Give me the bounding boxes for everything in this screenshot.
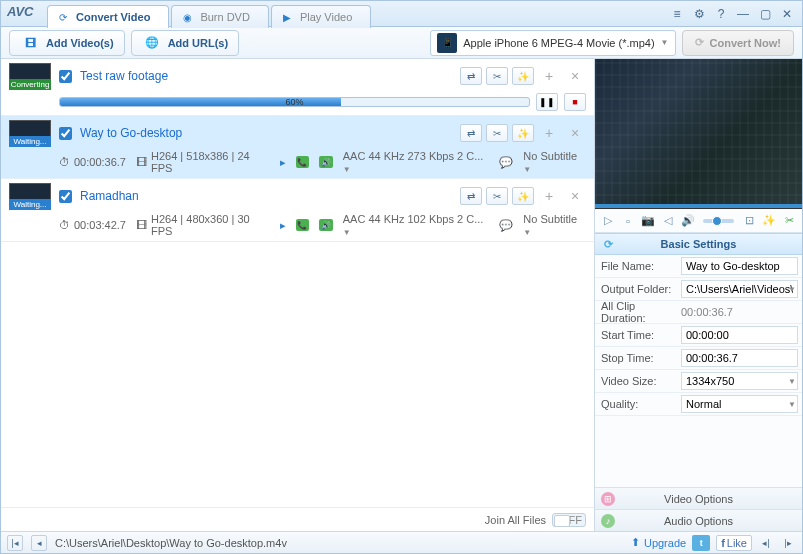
remove-icon[interactable]: × [564,67,586,85]
video-info: 🎞 H264 | 518x386 | 24 FPS [136,150,270,174]
status-badge: Waiting... [9,199,51,210]
player-controls: ▷ ▫ 📷 ◁ 🔊 ⊡ ✨ ✂ [595,209,802,233]
input-stop-time[interactable] [681,349,798,367]
crop-icon[interactable]: ⊡ [740,212,758,230]
next-file-button[interactable]: ◂ [31,535,47,551]
facebook-like-button[interactable]: f Like [716,535,752,551]
arrow-left-icon[interactable]: ◂| [758,535,774,551]
info-row: ⏱ 00:03:42.7 🎞 H264 | 480x360 | 30 FPS ▸… [59,213,586,237]
help-icon[interactable]: ? [712,6,730,22]
prev-button[interactable]: ◁ [659,212,677,230]
statusbar: |◂ ◂ C:\Users\Ariel\Desktop\Way to Go-de… [1,531,802,553]
tab-label: Play Video [300,11,352,23]
scissors-icon[interactable]: ✂ [486,67,508,85]
button-label: Add URL(s) [168,37,229,49]
subtitle-selector[interactable]: No Subtitle ▼ [523,213,586,237]
add-urls-button[interactable]: 🌐 Add URL(s) [131,30,240,56]
volume-icon[interactable]: 🔊 [679,212,697,230]
basic-settings-header[interactable]: ⟳ Basic Settings [595,233,802,255]
thumbnail: Converting [9,63,51,89]
info-row: ⏱ 00:00:36.7 🎞 H264 | 518x386 | 24 FPS ▸… [59,150,586,174]
add-videos-button[interactable]: 🎞 Add Video(s) [9,30,125,56]
item-checkbox[interactable] [59,70,72,83]
input-quality[interactable] [681,395,798,413]
volume-slider[interactable] [703,219,734,223]
menu-icon[interactable]: ≡ [668,6,686,22]
swap-icon[interactable]: ⇄ [460,67,482,85]
add-icon[interactable]: + [538,124,560,142]
scissors-icon[interactable]: ✂ [486,187,508,205]
status-badge: Converting [9,79,51,90]
minimize-button[interactable]: — [734,6,752,22]
input-filename[interactable] [681,257,798,275]
input-start-time[interactable] [681,326,798,344]
swap-icon[interactable]: ⇄ [460,124,482,142]
progress-bar: 60% [59,97,530,107]
snapshot-button[interactable]: 📷 [639,212,657,230]
remove-icon[interactable]: × [564,187,586,205]
section-title: Basic Settings [661,238,737,250]
speaker-icon: 🔊 [319,219,333,231]
audio-selector[interactable]: AAC 44 KHz 102 Kbps 2 C... ▼ [343,213,490,237]
item-checkbox[interactable] [59,190,72,203]
disc-icon: ◉ [180,10,194,24]
wand-icon[interactable]: ✨ [512,67,534,85]
play-button[interactable]: ▷ [599,212,617,230]
item-checkbox[interactable] [59,127,72,140]
stop-button[interactable]: ▫ [619,212,637,230]
phone-icon: 📞 [296,219,310,231]
video-preview[interactable] [595,59,802,209]
twitter-icon[interactable]: t [692,535,710,551]
tab-convert-video[interactable]: ⟳ Convert Video [47,5,169,28]
join-all-label: Join All Files [485,514,546,526]
file-item[interactable]: Converting Test raw footage ⇄ ✂ ✨ + × [1,59,594,116]
progress-row: 60% ❚❚ ■ [59,93,586,111]
scissors-icon[interactable]: ✂ [486,124,508,142]
input-video-size[interactable] [681,372,798,390]
wand-icon[interactable]: ✨ [512,187,534,205]
chevron-down-icon[interactable]: ▼ [788,400,796,409]
toolbar: 🎞 Add Video(s) 🌐 Add URL(s) 📱 Apple iPho… [1,27,802,59]
video-options-button[interactable]: ⊞ Video Options [595,487,802,509]
button-label: Convert Now! [710,37,782,49]
prev-file-button[interactable]: |◂ [7,535,23,551]
add-icon[interactable]: + [538,187,560,205]
add-icon[interactable]: + [538,67,560,85]
audio-selector[interactable]: AAC 44 KHz 273 Kbps 2 C... ▼ [343,150,490,174]
label-filename: File Name: [595,260,677,272]
chevron-down-icon[interactable]: ▼ [788,377,796,386]
wand-icon[interactable]: ✨ [760,212,778,230]
file-item[interactable]: Waiting... Ramadhan ⇄ ✂ ✨ + × ⏱ 00:03:42… [1,179,594,242]
item-title: Test raw footage [80,69,168,83]
wand-icon[interactable]: ✨ [512,124,534,142]
preview-frame [595,59,802,208]
swap-icon[interactable]: ⇄ [460,187,482,205]
label-start-time: Start Time: [595,329,677,341]
close-button[interactable]: ✕ [778,6,796,22]
remove-icon[interactable]: × [564,124,586,142]
chevron-down-icon[interactable]: ▼ [788,285,796,294]
audio-options-button[interactable]: ♪ Audio Options [595,509,802,531]
arrow-right-icon[interactable]: |▸ [780,535,796,551]
pause-button[interactable]: ❚❚ [536,93,558,111]
upgrade-link[interactable]: ⬆ Upgrade [631,536,686,549]
file-item[interactable]: Waiting... Way to Go-desktop ⇄ ✂ ✨ + × ⏱… [1,116,594,179]
thumbnail: Waiting... [9,183,51,209]
phone-icon: 📞 [296,156,310,168]
stop-button[interactable]: ■ [564,93,586,111]
join-all-toggle[interactable]: OFF [552,513,586,527]
convert-now-button[interactable]: ⟳ Convert Now! [682,30,795,56]
maximize-button[interactable]: ▢ [756,6,774,22]
time-bar[interactable] [595,204,802,208]
input-output-folder[interactable] [681,280,798,298]
audio-icon: ♪ [601,514,615,528]
tab-burn-dvd[interactable]: ◉ Burn DVD [171,5,269,28]
tab-play-video[interactable]: ▶ Play Video [271,5,371,28]
play-icon: ▶ [280,10,294,24]
output-profile-selector[interactable]: 📱 Apple iPhone 6 MPEG-4 Movie (*.mp4) ▼ [430,30,675,56]
refresh-icon: ⟳ [601,237,615,251]
label-all-clip: All Clip Duration: [595,300,677,324]
gear-icon[interactable]: ⚙ [690,6,708,22]
subtitle-selector[interactable]: No Subtitle ▼ [523,150,586,174]
scissors-icon[interactable]: ✂ [780,212,798,230]
